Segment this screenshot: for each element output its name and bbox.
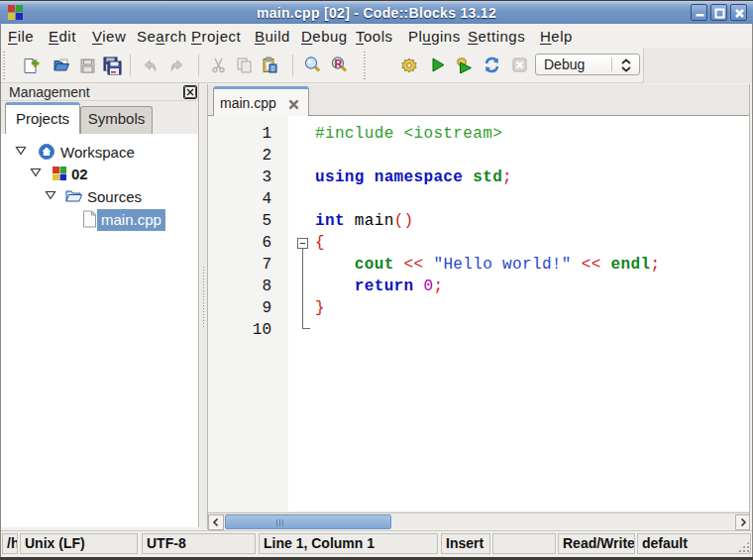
svg-text:R: R <box>335 57 343 69</box>
